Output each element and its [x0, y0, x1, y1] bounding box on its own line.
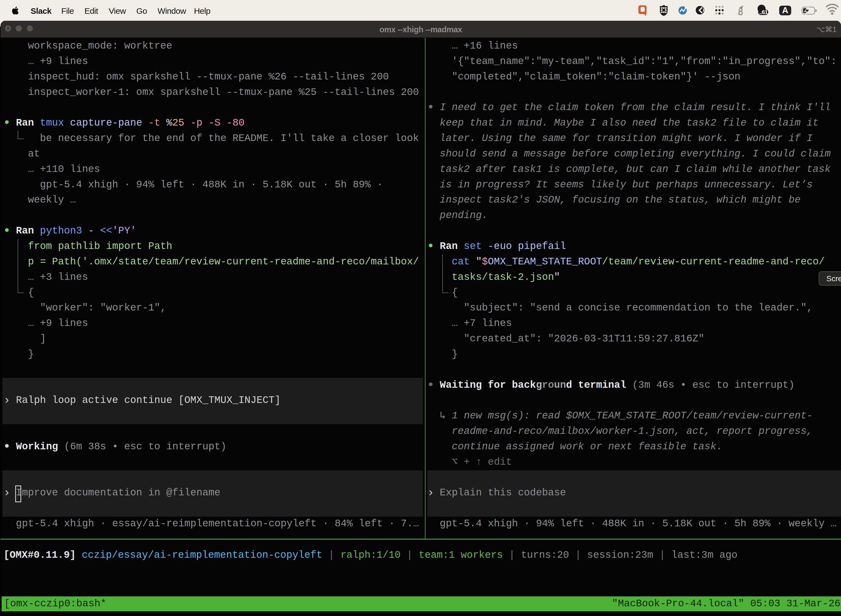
svg-text:..61: ..61 [759, 9, 768, 15]
svg-text:A: A [782, 6, 788, 15]
